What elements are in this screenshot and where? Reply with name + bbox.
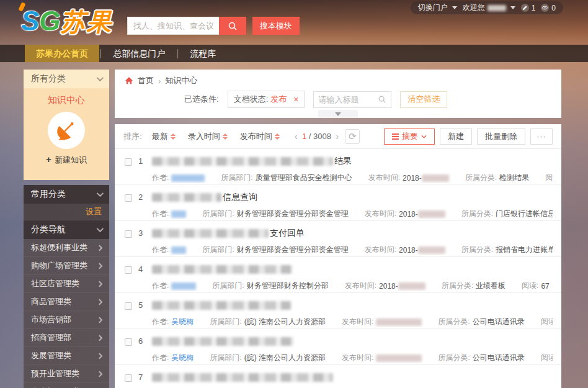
search-module-button[interactable]: 搜本模块 — [252, 17, 300, 35]
row-title-link[interactable]: 结果 — [152, 155, 553, 168]
sidebar-all-categories[interactable]: 所有分类 — [24, 70, 109, 88]
view-counter[interactable]: 0 — [541, 4, 556, 12]
row-checkbox[interactable] — [125, 230, 132, 238]
sidebar-nav-item[interactable]: 商品管理类 — [24, 293, 109, 311]
category-label: 所属分类: — [461, 245, 493, 255]
sidebar-nav-item-label: 招商管理部 — [31, 332, 71, 343]
knowledge-center-button[interactable] — [48, 112, 85, 149]
chevron-right-icon — [97, 263, 103, 269]
author-link[interactable]: 吴晓梅 — [171, 353, 194, 363]
sort-carets-icon — [223, 133, 228, 140]
edit-counter[interactable]: 1 — [521, 4, 536, 12]
sidebar-nav-item[interactable]: 市场营销部 — [24, 311, 109, 329]
welcome-user[interactable]: 欢迎您 — [463, 2, 515, 13]
row-title-link[interactable] — [152, 263, 553, 276]
switch-portal[interactable]: 切换门户 — [418, 2, 457, 13]
category-label: 所属分类: — [465, 173, 497, 183]
new-button[interactable]: 新建 — [440, 129, 472, 145]
sidebar-common-categories[interactable]: 常用分类 — [24, 185, 109, 204]
category-label: 所属分类: — [438, 317, 470, 327]
category-label: 所属分类: — [461, 209, 493, 219]
suguo-logo: SG苏果 — [21, 5, 113, 39]
publish-time-label: 发布时间: — [365, 209, 396, 219]
new-knowledge-button[interactable]: +新建知识 — [24, 154, 109, 166]
chip-close-icon[interactable]: × — [293, 95, 298, 104]
page-current: 1 — [302, 132, 306, 141]
sidebar-nav-item-label: 商品管理类 — [31, 296, 71, 307]
publish-time-value — [376, 318, 422, 327]
prev-page-button[interactable]: ‹ — [295, 131, 298, 142]
main-nav: 苏果办公首页|总部信息门户|流程库 — [0, 45, 588, 62]
home-icon — [125, 76, 133, 85]
sidebar-nav-item[interactable]: 社区店管理类 — [24, 275, 109, 293]
row-title-link[interactable] — [152, 335, 553, 348]
knowledge-center-card: 知识中心 +新建知识 — [24, 88, 109, 180]
main-content: 首页 › 知识中心 已选条件: 文档状态: 发布 × 清空筛选 排序: 最新录入… — [115, 70, 561, 388]
row-checkbox[interactable] — [125, 338, 132, 346]
sidebar-nav-item[interactable]: 发展管理类 — [24, 347, 109, 365]
author-label: 作者: — [152, 317, 169, 327]
breadcrumb-home[interactable]: 首页 — [138, 75, 154, 86]
row-meta: 作者: 所属部门:财务管理部资金管理分部资金管理 发布时间:2018- 所属分类… — [152, 209, 553, 219]
more-actions-button[interactable]: ··· — [530, 129, 553, 145]
department-value: 财务管理部财务控制分部 — [247, 281, 329, 291]
search-button[interactable] — [219, 17, 246, 35]
settings-label: 设置 — [86, 206, 102, 217]
refresh-button[interactable]: ⟳ — [345, 129, 360, 144]
row-checkbox[interactable] — [125, 302, 132, 310]
list-panel: 排序: 最新录入时间发布时间 ‹ 1 / 3008 › ⟳ 摘要 新建 批量删除… — [115, 124, 561, 388]
nav-tab[interactable]: 总部信息门户 — [102, 45, 176, 62]
nav-tab[interactable]: 流程库 — [179, 45, 227, 62]
knowledge-list: 1 结果 作者: 所属部门:质量管理部食品安全检测中心 发布时间:2018- 所… — [115, 149, 561, 388]
row-checkbox[interactable] — [125, 158, 132, 166]
knowledge-list-row: 5 作者:吴晓梅 所属部门:(皖) 淮南公司人力资源部 发布时间: 所属分类:公… — [115, 293, 561, 329]
row-title-link[interactable]: 信息查询 — [152, 191, 553, 204]
row-checkbox[interactable] — [125, 266, 132, 274]
clear-filters-button[interactable]: 清空筛选 — [400, 91, 447, 108]
row-title-link[interactable]: 支付回单 — [152, 227, 553, 240]
chevron-right-icon — [97, 317, 103, 323]
sort-option[interactable]: 录入时间 — [188, 131, 228, 142]
author-link[interactable]: 吴晓梅 — [171, 317, 194, 327]
publish-time-value: 2018- — [399, 210, 445, 219]
row-title-link[interactable] — [152, 299, 553, 312]
sidebar-category-nav[interactable]: 分类导航 — [24, 220, 109, 239]
department-value: 财务管理部资金管理分部资金管理 — [237, 245, 349, 255]
row-meta: 作者:吴晓梅 所属部门:(皖) 淮南公司人力资源部 发布时间: 所属分类:公司电… — [152, 353, 553, 363]
satellite-dish-icon — [56, 120, 77, 141]
title-search-input[interactable] — [318, 95, 378, 104]
edit-count: 1 — [532, 4, 536, 12]
search-input[interactable] — [127, 17, 219, 35]
collapse-panel-handle[interactable] — [318, 110, 358, 118]
department-label: 所属部门: — [202, 245, 234, 255]
sidebar-nav-item[interactable]: 购物广场管理类 — [24, 257, 109, 275]
sidebar-settings[interactable]: 设置 — [24, 204, 109, 220]
sidebar-nav-item[interactable]: 大卖场管理类 — [24, 383, 109, 388]
toolbar-actions: 摘要 新建 批量删除 ··· — [384, 129, 553, 145]
redacted-date — [376, 354, 422, 362]
view-count: 0 — [551, 4, 556, 12]
row-meta: 作者: 所属部门:财务管理部资金管理分部资金管理 发布时间:2018- 所属分类… — [152, 245, 553, 255]
row-checkbox[interactable] — [125, 194, 132, 202]
next-page-button[interactable]: › — [336, 131, 339, 142]
sidebar-nav-item-label: 预开业管理类 — [31, 368, 79, 379]
plus-icon: + — [46, 154, 51, 165]
sort-option[interactable]: 发布时间 — [240, 131, 280, 142]
summary-view-button[interactable]: 摘要 — [384, 129, 435, 145]
title-search — [313, 91, 391, 108]
knowledge-list-row: 3 支付回单 作者: 所属部门:财务管理部资金管理分部资金管理 发布时间:201… — [115, 221, 561, 257]
department-value: 财务管理部资金管理分部资金管理 — [237, 209, 349, 219]
redacted-title — [152, 229, 269, 238]
author-value — [171, 210, 186, 219]
sidebar-nav-item-label: 市场营销部 — [31, 314, 71, 325]
row-checkbox[interactable] — [125, 374, 132, 382]
department-label: 所属部门: — [221, 173, 252, 183]
batch-delete-button[interactable]: 批量删除 — [477, 129, 525, 145]
sidebar-nav-item[interactable]: 预开业管理类 — [24, 365, 109, 383]
sidebar-nav-item[interactable]: 招商管理部 — [24, 329, 109, 347]
sidebar-nav-item[interactable]: 标超便利事业类 — [24, 239, 109, 257]
sort-option[interactable]: 最新 — [152, 131, 176, 142]
category-value: 门店银行进帐信息查询 — [496, 209, 553, 219]
row-title-link[interactable] — [152, 371, 553, 384]
nav-tab[interactable]: 苏果办公首页 — [25, 45, 99, 62]
